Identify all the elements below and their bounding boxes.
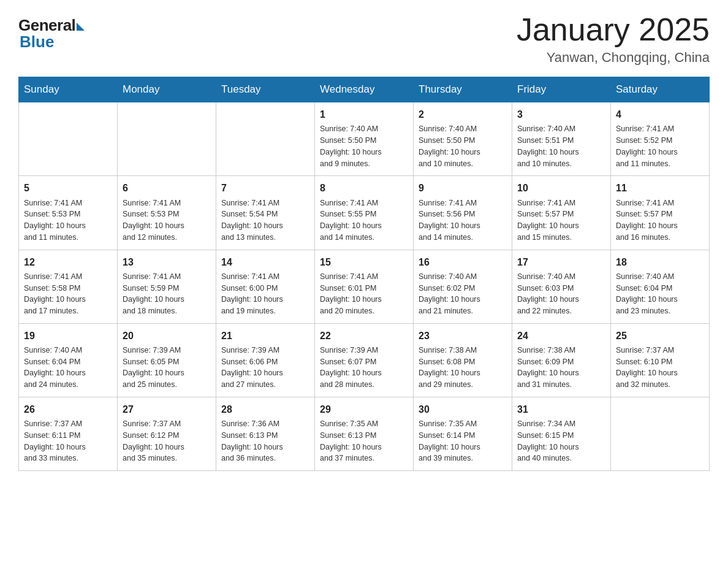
calendar-week-row: 19Sunrise: 7:40 AM Sunset: 6:04 PM Dayli… <box>19 323 710 397</box>
calendar-day-cell: 10Sunrise: 7:41 AM Sunset: 5:57 PM Dayli… <box>512 176 611 250</box>
day-number: 3 <box>517 107 605 121</box>
day-number: 2 <box>419 107 507 121</box>
day-info: Sunrise: 7:41 AM Sunset: 5:56 PM Dayligh… <box>419 197 507 243</box>
calendar-day-cell: 7Sunrise: 7:41 AM Sunset: 5:54 PM Daylig… <box>216 176 315 250</box>
day-info: Sunrise: 7:41 AM Sunset: 5:53 PM Dayligh… <box>24 197 112 243</box>
day-number: 1 <box>320 107 408 121</box>
logo-blue-text: Blue <box>18 33 54 52</box>
day-number: 19 <box>24 329 112 343</box>
calendar-day-cell: 1Sunrise: 7:40 AM Sunset: 5:50 PM Daylig… <box>315 102 414 176</box>
day-number: 26 <box>24 402 112 416</box>
calendar-day-cell: 8Sunrise: 7:41 AM Sunset: 5:55 PM Daylig… <box>315 176 414 250</box>
calendar-title: January 2025 <box>517 12 710 47</box>
day-number: 16 <box>419 255 507 269</box>
calendar-day-cell: 20Sunrise: 7:39 AM Sunset: 6:05 PM Dayli… <box>118 323 216 397</box>
day-of-week-header: Tuesday <box>216 77 315 102</box>
day-info: Sunrise: 7:40 AM Sunset: 5:50 PM Dayligh… <box>320 123 408 169</box>
day-number: 17 <box>517 255 605 269</box>
day-number: 11 <box>616 181 704 195</box>
calendar-day-cell: 9Sunrise: 7:41 AM Sunset: 5:56 PM Daylig… <box>414 176 512 250</box>
day-of-week-header: Monday <box>118 77 216 102</box>
calendar-day-cell: 6Sunrise: 7:41 AM Sunset: 5:53 PM Daylig… <box>118 176 216 250</box>
day-number: 15 <box>320 255 408 269</box>
day-info: Sunrise: 7:38 AM Sunset: 6:09 PM Dayligh… <box>517 345 605 391</box>
calendar-day-cell: 30Sunrise: 7:35 AM Sunset: 6:14 PM Dayli… <box>414 397 512 470</box>
day-number: 20 <box>123 329 211 343</box>
calendar-day-cell: 29Sunrise: 7:35 AM Sunset: 6:13 PM Dayli… <box>315 397 414 470</box>
day-number: 13 <box>123 255 211 269</box>
calendar-table: SundayMondayTuesdayWednesdayThursdayFrid… <box>18 77 710 471</box>
calendar-day-cell: 14Sunrise: 7:41 AM Sunset: 6:00 PM Dayli… <box>216 250 315 323</box>
calendar-day-cell: 19Sunrise: 7:40 AM Sunset: 6:04 PM Dayli… <box>19 323 118 397</box>
day-number: 31 <box>517 402 605 416</box>
calendar-day-cell: 5Sunrise: 7:41 AM Sunset: 5:53 PM Daylig… <box>19 176 118 250</box>
day-number: 28 <box>221 402 309 416</box>
calendar-day-cell: 31Sunrise: 7:34 AM Sunset: 6:15 PM Dayli… <box>512 397 611 470</box>
logo: General Blue <box>18 12 85 52</box>
day-of-week-header: Saturday <box>611 77 710 102</box>
day-number: 21 <box>221 329 309 343</box>
calendar-day-cell <box>118 102 216 176</box>
calendar-week-row: 5Sunrise: 7:41 AM Sunset: 5:53 PM Daylig… <box>19 176 710 250</box>
day-of-week-header: Friday <box>512 77 611 102</box>
calendar-day-cell: 17Sunrise: 7:40 AM Sunset: 6:03 PM Dayli… <box>512 250 611 323</box>
day-info: Sunrise: 7:36 AM Sunset: 6:13 PM Dayligh… <box>221 418 309 464</box>
calendar-day-cell: 3Sunrise: 7:40 AM Sunset: 5:51 PM Daylig… <box>512 102 611 176</box>
calendar-day-cell: 22Sunrise: 7:39 AM Sunset: 6:07 PM Dayli… <box>315 323 414 397</box>
day-info: Sunrise: 7:39 AM Sunset: 6:06 PM Dayligh… <box>221 345 309 391</box>
calendar-day-cell <box>611 397 710 470</box>
day-number: 27 <box>123 402 211 416</box>
day-number: 4 <box>616 107 704 121</box>
day-of-week-header: Thursday <box>414 77 512 102</box>
day-number: 10 <box>517 181 605 195</box>
day-info: Sunrise: 7:40 AM Sunset: 5:50 PM Dayligh… <box>419 123 507 169</box>
day-info: Sunrise: 7:41 AM Sunset: 5:55 PM Dayligh… <box>320 197 408 243</box>
calendar-day-cell: 18Sunrise: 7:40 AM Sunset: 6:04 PM Dayli… <box>611 250 710 323</box>
calendar-day-cell: 12Sunrise: 7:41 AM Sunset: 5:58 PM Dayli… <box>19 250 118 323</box>
calendar-day-cell: 25Sunrise: 7:37 AM Sunset: 6:10 PM Dayli… <box>611 323 710 397</box>
day-number: 23 <box>419 329 507 343</box>
day-info: Sunrise: 7:34 AM Sunset: 6:15 PM Dayligh… <box>517 418 605 464</box>
day-info: Sunrise: 7:41 AM Sunset: 5:57 PM Dayligh… <box>616 197 704 243</box>
title-block: January 2025 Yanwan, Chongqing, China <box>517 12 710 66</box>
day-info: Sunrise: 7:38 AM Sunset: 6:08 PM Dayligh… <box>419 345 507 391</box>
day-info: Sunrise: 7:41 AM Sunset: 5:58 PM Dayligh… <box>24 271 112 317</box>
calendar-day-cell: 11Sunrise: 7:41 AM Sunset: 5:57 PM Dayli… <box>611 176 710 250</box>
day-info: Sunrise: 7:37 AM Sunset: 6:12 PM Dayligh… <box>123 418 211 464</box>
day-info: Sunrise: 7:35 AM Sunset: 6:13 PM Dayligh… <box>320 418 408 464</box>
calendar-day-cell <box>216 102 315 176</box>
calendar-subtitle: Yanwan, Chongqing, China <box>517 50 710 66</box>
day-info: Sunrise: 7:41 AM Sunset: 5:57 PM Dayligh… <box>517 197 605 243</box>
day-info: Sunrise: 7:41 AM Sunset: 6:00 PM Dayligh… <box>221 271 309 317</box>
day-info: Sunrise: 7:37 AM Sunset: 6:11 PM Dayligh… <box>24 418 112 464</box>
day-info: Sunrise: 7:40 AM Sunset: 6:03 PM Dayligh… <box>517 271 605 317</box>
calendar-week-row: 12Sunrise: 7:41 AM Sunset: 5:58 PM Dayli… <box>19 250 710 323</box>
day-of-week-header: Sunday <box>19 77 118 102</box>
calendar-day-cell: 21Sunrise: 7:39 AM Sunset: 6:06 PM Dayli… <box>216 323 315 397</box>
day-info: Sunrise: 7:41 AM Sunset: 5:52 PM Dayligh… <box>616 123 704 169</box>
day-number: 5 <box>24 181 112 195</box>
day-info: Sunrise: 7:37 AM Sunset: 6:10 PM Dayligh… <box>616 345 704 391</box>
calendar-header-row: SundayMondayTuesdayWednesdayThursdayFrid… <box>19 77 710 102</box>
day-number: 6 <box>123 181 211 195</box>
day-info: Sunrise: 7:39 AM Sunset: 6:07 PM Dayligh… <box>320 345 408 391</box>
day-number: 25 <box>616 329 704 343</box>
day-number: 9 <box>419 181 507 195</box>
day-info: Sunrise: 7:40 AM Sunset: 5:51 PM Dayligh… <box>517 123 605 169</box>
calendar-day-cell: 27Sunrise: 7:37 AM Sunset: 6:12 PM Dayli… <box>118 397 216 470</box>
day-info: Sunrise: 7:40 AM Sunset: 6:04 PM Dayligh… <box>616 271 704 317</box>
calendar-day-cell: 28Sunrise: 7:36 AM Sunset: 6:13 PM Dayli… <box>216 397 315 470</box>
calendar-day-cell: 13Sunrise: 7:41 AM Sunset: 5:59 PM Dayli… <box>118 250 216 323</box>
day-number: 24 <box>517 329 605 343</box>
day-number: 30 <box>419 402 507 416</box>
day-number: 18 <box>616 255 704 269</box>
day-info: Sunrise: 7:40 AM Sunset: 6:04 PM Dayligh… <box>24 345 112 391</box>
page-header: General Blue January 2025 Yanwan, Chongq… <box>18 12 710 66</box>
day-number: 7 <box>221 181 309 195</box>
day-info: Sunrise: 7:41 AM Sunset: 5:53 PM Dayligh… <box>123 197 211 243</box>
calendar-day-cell: 16Sunrise: 7:40 AM Sunset: 6:02 PM Dayli… <box>414 250 512 323</box>
calendar-week-row: 26Sunrise: 7:37 AM Sunset: 6:11 PM Dayli… <box>19 397 710 470</box>
calendar-day-cell: 24Sunrise: 7:38 AM Sunset: 6:09 PM Dayli… <box>512 323 611 397</box>
calendar-day-cell: 4Sunrise: 7:41 AM Sunset: 5:52 PM Daylig… <box>611 102 710 176</box>
day-number: 14 <box>221 255 309 269</box>
